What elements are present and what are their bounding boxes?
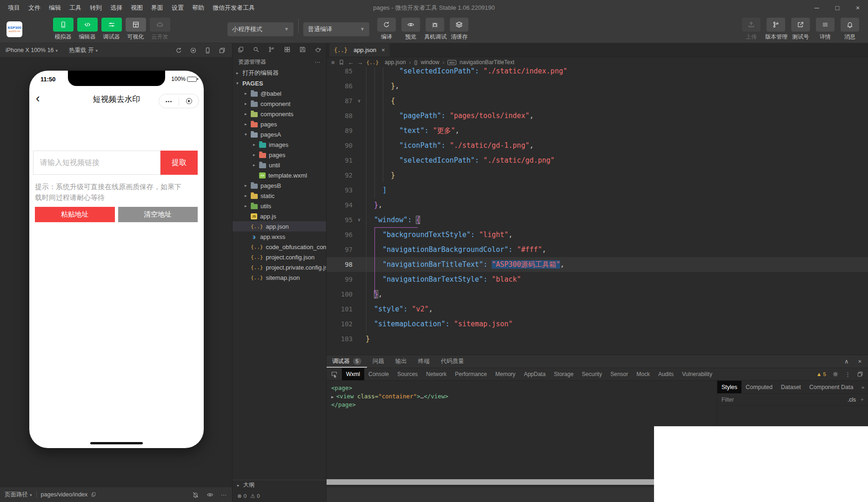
devtools-tab-audits[interactable]: Audits (654, 368, 678, 380)
styles-tab-styles[interactable]: Styles (717, 381, 741, 393)
clear-cache-button[interactable]: 清缓存 (448, 18, 470, 41)
minimize-button[interactable]: ─ (807, 0, 827, 15)
code-line-99[interactable]: 99 "navigationBarTextStyle": "black" (327, 272, 868, 287)
code-line-101[interactable]: 101 "style": "v2", (327, 302, 868, 317)
menu-item[interactable]: 帮助 (188, 4, 208, 12)
gear-icon[interactable] (832, 371, 839, 377)
project-logo[interactable]: ASP300 asp300.net (7, 21, 22, 37)
clear-address-button[interactable]: 清空地址 (118, 207, 198, 222)
hot-reload-toggle[interactable]: 热重载 开▾ (69, 46, 98, 54)
debugger-tab-问题[interactable]: 问题 (367, 355, 390, 368)
code-editor[interactable]: 85 "selectedIconPath": "./static/index.p… (327, 67, 868, 355)
video-link-input[interactable]: 请输入短视频链接 (33, 151, 160, 175)
collapse-icon[interactable]: ∧ (844, 358, 849, 365)
debugger-tab-终端[interactable]: 终端 (413, 355, 435, 368)
close-tab-icon[interactable]: × (381, 46, 385, 53)
debugger-button[interactable]: 调试器 (100, 18, 122, 41)
devtools-tab-performance[interactable]: Performance (451, 368, 491, 380)
menu-item[interactable]: 界面 (147, 4, 167, 12)
teapot-icon[interactable] (314, 46, 321, 53)
devtools-tab-appdata[interactable]: AppData (520, 368, 550, 380)
menu-item[interactable]: 视图 (127, 4, 147, 12)
menu-item[interactable]: 编辑 (45, 4, 65, 12)
code-line-103[interactable]: 103} (327, 331, 868, 346)
devtools-tab-mock[interactable]: Mock (632, 368, 654, 380)
arrow-left-icon[interactable]: ← (348, 59, 354, 66)
code-line-88[interactable]: 88 "pagePath": "pages/tools/index", (327, 108, 868, 123)
bookmark-icon[interactable] (338, 59, 345, 66)
menu-item[interactable]: 选择 (106, 4, 127, 12)
breadcrumb-item[interactable]: navigationBarTitleText (460, 59, 514, 66)
wxml-node[interactable]: <page> (331, 384, 717, 392)
mode-select[interactable]: 小程序模式 ▼ (227, 22, 294, 36)
fold-chevron-icon[interactable]: ∨ (353, 212, 366, 227)
code-line-85[interactable]: 85 "selectedIconPath": "./static/index.p… (327, 67, 868, 79)
tree-item-component[interactable]: ▸component (233, 99, 326, 109)
grid-icon[interactable] (284, 46, 291, 53)
devtools-tab-security[interactable]: Security (578, 368, 606, 380)
refresh-icon[interactable] (175, 47, 182, 54)
code-line-100[interactable]: 100 }, (327, 287, 868, 302)
filter-input[interactable]: Filter (721, 396, 734, 403)
more-menu-button[interactable]: ••• (159, 99, 179, 104)
multi-window-icon[interactable] (219, 47, 226, 54)
kebab-icon[interactable]: ⋮ (845, 371, 851, 378)
code-line-102[interactable]: 102 "sitemapLocation": "sitemap.json" (327, 317, 868, 331)
device-debug-button[interactable]: 真机调试 (424, 18, 446, 41)
devtools-tab-sensor[interactable]: Sensor (606, 368, 632, 380)
tree-item-template.wxml[interactable]: <>template.wxml (233, 170, 326, 180)
breadcrumb-item[interactable]: app.json (385, 59, 406, 66)
tree-item-app.js[interactable]: JSapp.js (233, 211, 326, 221)
fold-chevron-icon[interactable]: ∨ (353, 93, 366, 108)
styles-tab-dataset[interactable]: Dataset (777, 381, 805, 393)
menu-item[interactable]: 项目 (4, 4, 24, 12)
paste-address-button[interactable]: 粘贴地址 (35, 207, 115, 222)
tab-overflow-icon[interactable]: » (861, 384, 864, 390)
tree-item-pagesA[interactable]: ▾pagesA (233, 129, 326, 139)
code-line-98[interactable]: 98 "navigationBarTitleText": "ASP300源码工具… (327, 257, 868, 272)
more-icon[interactable]: ⋯ (314, 59, 320, 66)
wxml-node[interactable]: </page> (331, 401, 717, 409)
open-editors-section[interactable]: ▸ 打开的编辑器 (233, 68, 326, 78)
debugger-tab-调试器[interactable]: 调试器5 (327, 355, 367, 368)
menu-item[interactable]: 转到 (86, 4, 106, 12)
cloud-dev-button[interactable]: 云开发 (149, 18, 171, 41)
preview-button[interactable]: 预览 (400, 18, 421, 41)
simulator-button[interactable]: 模拟器 (52, 18, 74, 41)
styles-tab-computed[interactable]: Computed (741, 381, 777, 393)
devtools-tab-console[interactable]: Console (364, 368, 393, 380)
styles-tab-component-data[interactable]: Component Data (805, 381, 858, 393)
maximize-button[interactable]: □ (827, 0, 848, 15)
search-icon[interactable] (253, 46, 260, 53)
devtools-tab-vulnerability[interactable]: Vulnerability (678, 368, 716, 380)
version-manage-button[interactable]: 版本管理 (765, 18, 787, 41)
add-style-icon[interactable]: + (861, 396, 864, 403)
wxml-node[interactable]: ▶ <view class="container">…</view> (331, 392, 717, 401)
tree-item-project.config.json[interactable]: {..}project.config.json (233, 252, 326, 262)
dock-icon[interactable] (857, 371, 863, 377)
compile-select[interactable]: 普通编译 ▼ (303, 22, 369, 36)
menu-item[interactable]: 微信开发者工具 (208, 4, 259, 12)
tree-item-pages[interactable]: ▸pages (233, 119, 326, 129)
debugger-tab-代码质量[interactable]: 代码质量 (435, 355, 470, 368)
tree-item-pagesB[interactable]: ▸pagesB (233, 180, 326, 191)
files-icon[interactable] (237, 46, 244, 53)
root-folder-section[interactable]: ▾ PAGES (233, 78, 326, 88)
arrow-right-icon[interactable]: → (357, 59, 363, 66)
code-line-96[interactable]: 96 "backgroundTextStyle": "light", (327, 227, 868, 242)
compile-button[interactable]: 编译 (376, 18, 397, 41)
code-line-93[interactable]: 93 ] (327, 183, 868, 198)
tree-item-@babel[interactable]: ▸@babel (233, 88, 326, 99)
upload-button[interactable]: 上传 (741, 18, 762, 41)
git-branch-icon[interactable] (268, 46, 275, 53)
tree-item-until[interactable]: ▸until (233, 160, 326, 170)
close-mini-app-button[interactable] (179, 98, 199, 104)
outline-section[interactable]: ▸ 大纲 (233, 480, 326, 490)
close-icon[interactable]: × (858, 358, 861, 365)
menu-item[interactable]: 设置 (167, 4, 188, 12)
tree-item-images[interactable]: ▸images (233, 139, 326, 150)
tree-item-utils[interactable]: ▸utils (233, 201, 326, 211)
visualization-button[interactable]: 可视化 (125, 18, 147, 41)
code-line-94[interactable]: 94 }, (327, 198, 868, 212)
inspect-icon[interactable] (331, 371, 338, 378)
